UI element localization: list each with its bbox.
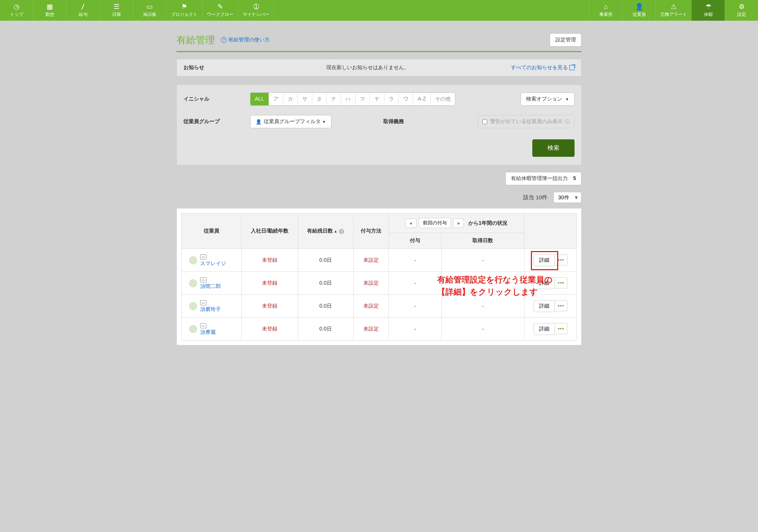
nav-left: ◷トップ▦勤怠〳給与☰日報▭掲示板⚑プロジェクト✎ワークフロー➀マイナンバー: [0, 0, 274, 21]
initial-tab-ハ[interactable]: ハ: [341, 93, 356, 105]
cell-actions: 詳細•••: [525, 318, 577, 340]
settings-manage-button[interactable]: 設定管理: [550, 33, 582, 47]
caret-down-icon: ▼: [322, 120, 326, 124]
initial-tab-ヤ[interactable]: ヤ: [370, 93, 384, 105]
nav-item-board[interactable]: ▭掲示板: [133, 0, 166, 21]
notice-box: お知らせ 現在新しいお知らせはありません。 すべてのお知らせを見る: [176, 59, 582, 77]
nav-item-workflow[interactable]: ✎ワークフロー: [202, 0, 238, 21]
th-remaining-label: 有給残日数: [307, 228, 333, 234]
nav-item-daily[interactable]: ☰日報: [100, 0, 133, 21]
nav-item-mynumber[interactable]: ➀マイナンバー: [238, 0, 274, 21]
nav-label: 掲示板: [143, 11, 156, 18]
nav-label: プロジェクト: [171, 11, 198, 18]
nav-item-office[interactable]: ⌂事業所: [589, 0, 622, 21]
nav-item-project[interactable]: ⚑プロジェクト: [166, 0, 202, 21]
prev-grant-button-prev[interactable]: «: [405, 218, 416, 228]
initial-tab-マ[interactable]: マ: [356, 93, 370, 105]
initial-tab-その他[interactable]: その他: [431, 93, 455, 105]
nav-item-employees[interactable]: 👤従業員: [622, 0, 656, 21]
prev-grant-button[interactable]: 前回の付与: [419, 218, 451, 228]
more-actions-button[interactable]: •••: [555, 277, 568, 288]
initial-tabs: ALLアカサタナハマヤラワA-Zその他: [250, 92, 455, 106]
employee-name-link[interactable]: 須摩麗: [200, 329, 216, 336]
initial-tab-A-Z[interactable]: A-Z: [413, 93, 431, 105]
search-button[interactable]: 検索: [532, 139, 575, 157]
per-page-select-wrap: 30件: [553, 192, 582, 203]
nav-label: トップ: [10, 11, 23, 18]
caret-down-icon: ▼: [565, 97, 569, 101]
bulk-export-button[interactable]: 有給休暇管理簿一括出力 5: [505, 172, 582, 185]
avatar-icon: [189, 325, 197, 333]
avatar-icon: [189, 279, 197, 287]
initial-tab-ALL[interactable]: ALL: [250, 93, 269, 105]
info-icon: ⓘ: [565, 118, 570, 125]
employee-badge-icon: ▭: [200, 300, 206, 305]
nav-item-settings[interactable]: ⚙設定: [725, 0, 758, 21]
nav-label: 従業員: [633, 11, 646, 18]
detail-button[interactable]: 詳細: [533, 323, 555, 335]
initial-tab-サ[interactable]: サ: [298, 93, 312, 105]
cell-taken: -: [441, 295, 524, 318]
bulk-export-label: 有給休暇管理簿一括出力: [511, 175, 568, 181]
cell-method: 未設定: [353, 295, 388, 318]
topbar: ◷トップ▦勤怠〳給与☰日報▭掲示板⚑プロジェクト✎ワークフロー➀マイナンバー ⌂…: [0, 0, 758, 21]
cell-hire: 未登録: [242, 318, 298, 340]
nav-label: 勤怠: [46, 11, 54, 18]
notice-all-link[interactable]: すべてのお知らせを見る: [511, 64, 575, 71]
vacation-icon: ☂: [705, 3, 711, 10]
cell-grant: -: [388, 318, 441, 340]
th-taken: 取得日数: [441, 233, 524, 249]
warning-only-checkbox[interactable]: [482, 119, 487, 124]
cell-hire: 未登録: [242, 295, 298, 318]
board-icon: ▭: [146, 3, 153, 10]
cell-taken: -: [441, 318, 524, 340]
filter-label-initial: イニシャル: [183, 96, 250, 102]
nav-item-labor-alert[interactable]: ⚠労務アラート: [656, 0, 691, 21]
initial-tab-カ[interactable]: カ: [283, 93, 298, 105]
initial-tab-ラ[interactable]: ラ: [384, 93, 399, 105]
settings-icon: ⚙: [739, 3, 745, 10]
initial-tab-ア[interactable]: ア: [269, 93, 283, 105]
search-options-button[interactable]: 検索オプション ▼: [521, 92, 575, 106]
initial-tab-ワ[interactable]: ワ: [399, 93, 413, 105]
more-actions-button[interactable]: •••: [555, 323, 568, 334]
nav-item-attendance[interactable]: ▦勤怠: [33, 0, 67, 21]
avatar-icon: [189, 302, 197, 310]
th-remaining[interactable]: 有給残日数▲i: [298, 213, 353, 249]
table-row: ▭須摩麗未登録0.0日未設定--詳細•••: [182, 318, 577, 340]
annotation-text: 有給管理設定を行なう従業員の 【詳細】をクリックします: [437, 274, 553, 298]
cell-grant: -: [388, 249, 441, 272]
annotation-line1: 有給管理設定を行なう従業員の: [437, 275, 553, 284]
warning-only-filter[interactable]: 警告が出ている従業員のみ表示 ⓘ: [478, 115, 575, 128]
th-year-status: « 前回の付与 » から1年間の状況: [388, 213, 524, 233]
filter-label-group: 従業員グループ: [183, 118, 250, 125]
nav-label: 日報: [112, 11, 121, 18]
nav-item-salary[interactable]: 〳給与: [67, 0, 100, 21]
th-year-status-suffix: から1年間の状況: [468, 220, 508, 226]
employee-name-link[interactable]: 須間二郎: [200, 283, 221, 290]
initial-tab-タ[interactable]: タ: [312, 93, 327, 105]
nav-item-top[interactable]: ◷トップ: [0, 0, 33, 21]
external-icon: [569, 65, 575, 70]
daily-icon: ☰: [114, 3, 119, 10]
detail-button[interactable]: 詳細: [533, 300, 555, 312]
nav-item-vacation[interactable]: ☂休暇: [691, 0, 725, 21]
attendance-icon: ▦: [47, 3, 53, 10]
per-page-select[interactable]: 30件: [553, 192, 582, 203]
initial-tab-ナ[interactable]: ナ: [327, 93, 341, 105]
prev-grant-button-next[interactable]: »: [453, 218, 464, 228]
cell-remaining: 0.0日: [298, 272, 353, 295]
project-icon: ⚑: [181, 3, 187, 10]
search-options-label: 検索オプション: [526, 96, 562, 102]
group-filter-label: 従業員グループフィルタ: [264, 118, 321, 125]
cell-grant: -: [388, 295, 441, 318]
th-method: 付与方法: [353, 213, 388, 249]
employee-name-link[interactable]: 須磨玲子: [200, 306, 221, 313]
page-title: 有給管理: [176, 34, 215, 47]
employee-group-filter-button[interactable]: 👤 従業員グループフィルタ ▼: [250, 115, 331, 128]
employee-name-link[interactable]: スマレイジ: [200, 260, 226, 267]
obligation-label: 取得義務: [383, 118, 404, 125]
cell-remaining: 0.0日: [298, 249, 353, 272]
more-actions-button[interactable]: •••: [555, 300, 568, 311]
help-link[interactable]: ?有給管理の使い方: [221, 37, 270, 43]
